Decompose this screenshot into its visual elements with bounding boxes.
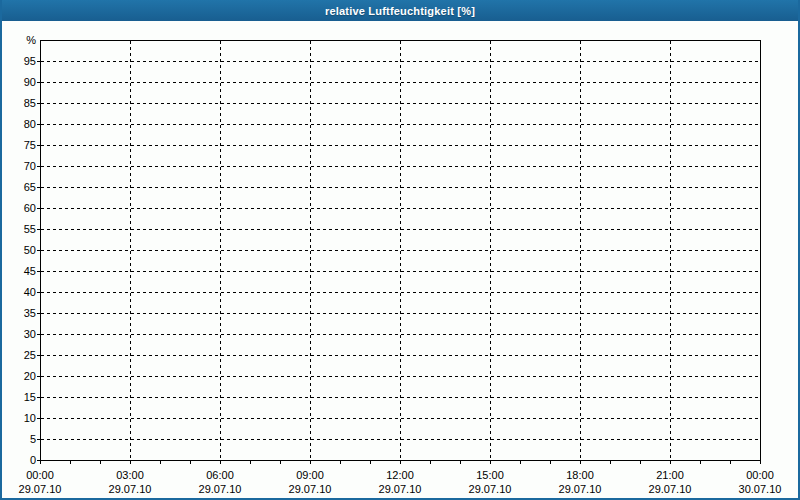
x-tick-date-label: 29.07.10 [109,483,152,495]
y-axis-unit-label: % [26,34,36,46]
chart-window: relative Luftfeuchtigkeit [%] 0510152025… [0,0,800,500]
x-tick-time-label: 00:00 [26,469,54,481]
y-tick-label: 60 [24,202,36,214]
x-tick-date-label: 29.07.10 [379,483,422,495]
y-tick-label: 15 [24,391,36,403]
humidity-chart: 05101520253035404550556065707580859095%0… [0,0,800,500]
x-tick-time-label: 21:00 [656,469,684,481]
x-tick-date-label: 29.07.10 [559,483,602,495]
y-tick-label: 20 [24,370,36,382]
y-tick-label: 90 [24,76,36,88]
x-tick-time-label: 09:00 [296,469,324,481]
y-tick-label: 30 [24,328,36,340]
x-tick-time-label: 06:00 [206,469,234,481]
y-tick-label: 65 [24,181,36,193]
window-border-left [0,0,2,500]
y-tick-label: 50 [24,244,36,256]
y-tick-label: 75 [24,139,36,151]
x-tick-date-label: 30.07.10 [739,483,782,495]
y-tick-label: 0 [30,454,36,466]
x-tick-time-label: 15:00 [476,469,504,481]
y-tick-label: 40 [24,286,36,298]
y-tick-label: 55 [24,223,36,235]
x-tick-date-label: 29.07.10 [469,483,512,495]
x-tick-time-label: 03:00 [116,469,144,481]
x-tick-date-label: 29.07.10 [199,483,242,495]
x-tick-time-label: 00:00 [746,469,774,481]
x-tick-date-label: 29.07.10 [289,483,332,495]
x-tick-date-label: 29.07.10 [19,483,62,495]
y-tick-label: 45 [24,265,36,277]
y-tick-label: 10 [24,412,36,424]
x-tick-time-label: 18:00 [566,469,594,481]
x-tick-date-label: 29.07.10 [649,483,692,495]
y-tick-label: 5 [30,433,36,445]
y-tick-label: 80 [24,118,36,130]
y-tick-label: 35 [24,307,36,319]
y-tick-label: 25 [24,349,36,361]
y-tick-label: 85 [24,97,36,109]
y-tick-label: 70 [24,160,36,172]
x-tick-time-label: 12:00 [386,469,414,481]
y-tick-label: 95 [24,55,36,67]
